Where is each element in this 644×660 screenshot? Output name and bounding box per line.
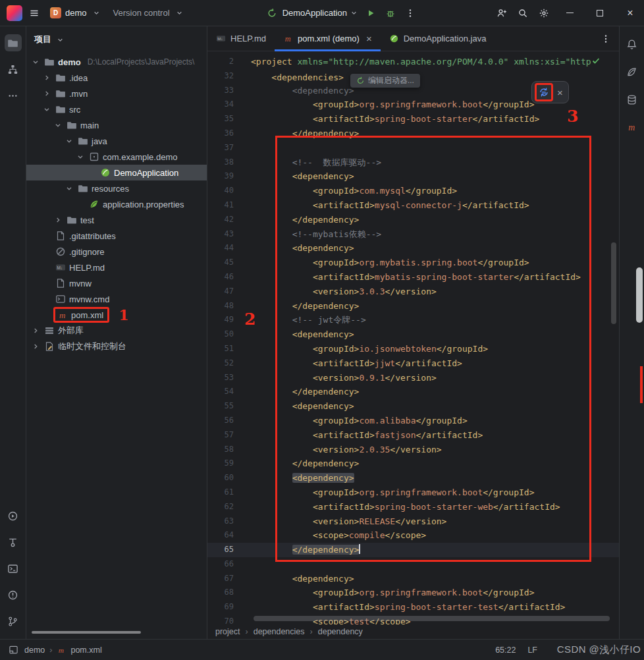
code-line-58[interactable]: 58 <version>2.0.35</version>	[207, 443, 619, 457]
code-line-40[interactable]: 40 <groupId>com.mysql</groupId>	[207, 184, 619, 198]
line-number-42[interactable]: 42	[207, 213, 234, 227]
tab-options-icon[interactable]	[597, 30, 615, 48]
line-number-56[interactable]: 56	[207, 414, 234, 428]
line-number-33[interactable]: 33	[207, 84, 234, 98]
line-number-35[interactable]: 35	[207, 112, 234, 126]
line-number-58[interactable]: 58	[207, 443, 234, 457]
project-selector[interactable]: D demo	[46, 2, 107, 24]
line-number-34[interactable]: 34	[207, 97, 234, 112]
line-number-41[interactable]: 41	[207, 198, 234, 213]
line-number-45[interactable]: 45	[207, 256, 234, 270]
editor-vertical-scrollbar[interactable]	[611, 242, 616, 324]
code-line-51[interactable]: 51 <groupId>io.jsonwebtoken</groupId>	[207, 342, 619, 356]
tree-item-test[interactable]: test	[26, 212, 207, 228]
code-line-57[interactable]: 57 <artifactId>fastjson</artifactId>	[207, 428, 619, 443]
line-number-32[interactable]: 32	[207, 69, 234, 84]
chevron-down-icon[interactable]	[348, 4, 360, 22]
line-number-48[interactable]: 48	[207, 299, 234, 314]
edit-starters-chip[interactable]: 编辑启动器...	[350, 74, 420, 88]
tab-pom-xml-demo[interactable]: mpom.xml (demo)×	[275, 26, 381, 51]
tree-item-临时文件和控制台[interactable]: 临时文件和控制台	[26, 339, 207, 354]
right-scrollbar-thumb[interactable]	[636, 267, 643, 323]
tree-item-main[interactable]: main	[26, 117, 207, 133]
editor-horizontal-scrollbar[interactable]	[254, 616, 610, 621]
services-tool-window-icon[interactable]	[5, 507, 22, 524]
line-number-51[interactable]: 51	[207, 342, 234, 356]
line-number-61[interactable]: 61	[207, 485, 234, 500]
chevron-down-icon[interactable]	[75, 151, 86, 162]
code-line-49[interactable]: 49 <!-- jwt令牌-->	[207, 313, 619, 327]
settings-gear-icon[interactable]	[535, 4, 553, 22]
tool-window-widget-icon[interactable]	[7, 644, 20, 657]
code-line-55[interactable]: 55 <dependency>	[207, 399, 619, 414]
line-separator[interactable]: LF	[527, 646, 537, 655]
structure-tool-window-icon[interactable]	[5, 61, 22, 78]
line-number-49[interactable]: 49	[207, 313, 234, 327]
code-line-60[interactable]: 60 <dependency>	[207, 471, 619, 485]
code-line-61[interactable]: 61 <groupId>org.springframework.boot</gr…	[207, 485, 619, 500]
code-with-me-icon[interactable]	[493, 4, 511, 22]
line-number-40[interactable]: 40	[207, 184, 234, 198]
code-line-64[interactable]: 64 <scope>compile</scope>	[207, 528, 619, 543]
code-line-35[interactable]: 35 <artifactId>spring-boot-starter</arti…	[207, 112, 619, 126]
tree-item-com-example-demo[interactable]: com.example.demo	[26, 149, 207, 165]
line-number-50[interactable]: 50	[207, 327, 234, 342]
tree-item-gitignore[interactable]: .gitignore	[26, 244, 207, 260]
code-line-48[interactable]: 48 </dependency>	[207, 299, 619, 314]
run-config-name[interactable]: DemoApplication	[282, 8, 347, 18]
line-number-70[interactable]: 70	[207, 615, 234, 624]
line-number-67[interactable]: 67	[207, 572, 234, 586]
tree-item-src[interactable]: src	[26, 101, 207, 117]
line-number-38[interactable]: 38	[207, 155, 234, 170]
line-number-63[interactable]: 63	[207, 514, 234, 529]
tree-item-pom-xml[interactable]: mpom.xml1	[26, 307, 207, 323]
load-maven-changes-icon[interactable]: m	[537, 85, 551, 99]
code-editor[interactable]: 2<project xmlns="http://maven.apache.org…	[207, 51, 619, 624]
line-number-47[interactable]: 47	[207, 285, 234, 299]
chevron-down-icon[interactable]	[64, 183, 74, 194]
line-number-68[interactable]: 68	[207, 586, 234, 600]
tree-item-mvnw-cmd[interactable]: mvnw.cmd	[26, 291, 207, 307]
code-line-52[interactable]: 52 <artifactId>jjwt</artifactId>	[207, 356, 619, 371]
status-project-name[interactable]: demo	[24, 646, 45, 655]
chevron-down-icon[interactable]	[30, 57, 41, 67]
line-number-36[interactable]: 36	[207, 126, 234, 141]
code-line-66[interactable]: 66	[207, 557, 619, 572]
code-line-44[interactable]: 44 <dependency>	[207, 241, 619, 256]
debug-button[interactable]	[381, 4, 400, 22]
code-line-67[interactable]: 67 <dependency>	[207, 572, 619, 586]
close-icon[interactable]: ×	[557, 87, 563, 98]
code-line-46[interactable]: 46 <artifactId>mybatis-spring-boot-start…	[207, 270, 619, 285]
maven-tool-window-icon[interactable]: m	[624, 119, 641, 136]
window-maximize-button[interactable]	[586, 0, 614, 26]
line-number-44[interactable]: 44	[207, 241, 234, 256]
chevron-down-icon[interactable]	[64, 136, 74, 146]
spring-tool-window-icon[interactable]	[624, 63, 641, 80]
code-line-47[interactable]: 47 <version>3.0.3</version>	[207, 285, 619, 299]
tree-item-resources[interactable]: resources	[26, 180, 207, 196]
code-line-39[interactable]: 39 <dependency>	[207, 169, 619, 184]
tree-item-java[interactable]: java	[26, 133, 207, 149]
tree-item-mvn[interactable]: .mvn	[26, 86, 207, 101]
notifications-bell-icon[interactable]	[624, 36, 641, 53]
breadcrumb-item-project[interactable]: project	[215, 627, 240, 636]
search-everywhere-icon[interactable]	[514, 4, 532, 22]
tab-help-md[interactable]: M↓HELP.md	[207, 26, 275, 51]
code-line-42[interactable]: 42 </dependency>	[207, 213, 619, 227]
tree-item-help-md[interactable]: M↓HELP.md	[26, 260, 207, 275]
code-line-68[interactable]: 68 <groupId>org.springframework.boot</gr…	[207, 586, 619, 600]
code-line-65[interactable]: 65 </dependency>	[207, 543, 619, 557]
line-number-37[interactable]: 37	[207, 141, 234, 155]
tab-demoapplication-java[interactable]: DemoApplication.java	[381, 26, 495, 51]
panel-horizontal-scrollbar[interactable]	[32, 631, 141, 634]
code-line-53[interactable]: 53 <version>0.9.1</version>	[207, 371, 619, 385]
line-number-66[interactable]: 66	[207, 557, 234, 572]
tree-item-gitattributes[interactable]: .gitattributes	[26, 228, 207, 244]
inspections-widget[interactable]	[591, 55, 601, 68]
code-line-63[interactable]: 63 <version>RELEASE</version>	[207, 514, 619, 529]
vcs-widget[interactable]: Version control	[109, 2, 190, 24]
chevron-right-icon[interactable]	[53, 215, 63, 225]
breadcrumb-item-dependencies[interactable]: dependencies	[254, 627, 305, 636]
terminal-tool-window-icon[interactable]	[5, 560, 22, 577]
line-number-55[interactable]: 55	[207, 399, 234, 414]
